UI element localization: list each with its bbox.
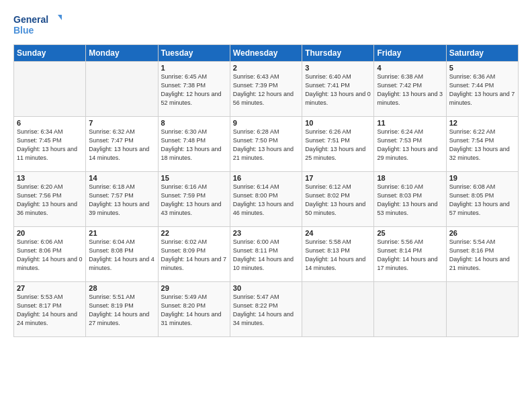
weekday-header-monday: Monday — [86, 45, 158, 62]
day-info: Sunrise: 6:28 AM Sunset: 7:50 PM Dayligh… — [233, 128, 299, 163]
weekday-header-saturday: Saturday — [446, 45, 518, 62]
day-info: Sunrise: 6:34 AM Sunset: 7:45 PM Dayligh… — [17, 128, 83, 163]
weekday-header-tuesday: Tuesday — [158, 45, 230, 62]
day-cell: 17Sunrise: 6:12 AM Sunset: 8:02 PM Dayli… — [302, 172, 374, 227]
day-cell: 12Sunrise: 6:22 AM Sunset: 7:54 PM Dayli… — [446, 117, 518, 172]
week-row-4: 20Sunrise: 6:06 AM Sunset: 8:06 PM Dayli… — [14, 227, 519, 282]
day-cell: 26Sunrise: 5:54 AM Sunset: 8:16 PM Dayli… — [446, 227, 518, 282]
day-info: Sunrise: 6:00 AM Sunset: 8:11 PM Dayligh… — [233, 238, 299, 273]
day-info: Sunrise: 6:40 AM Sunset: 7:41 PM Dayligh… — [305, 73, 371, 107]
day-cell: 18Sunrise: 6:10 AM Sunset: 8:03 PM Dayli… — [374, 172, 446, 227]
day-number: 30 — [233, 284, 299, 292]
week-row-1: 1Sunrise: 6:45 AM Sunset: 7:38 PM Daylig… — [14, 62, 519, 117]
day-cell: 6Sunrise: 6:34 AM Sunset: 7:45 PM Daylig… — [14, 117, 86, 172]
day-number: 15 — [161, 174, 227, 182]
day-cell: 23Sunrise: 6:00 AM Sunset: 8:11 PM Dayli… — [230, 227, 302, 282]
day-number: 26 — [449, 229, 515, 237]
day-cell: 20Sunrise: 6:06 AM Sunset: 8:06 PM Dayli… — [14, 227, 86, 282]
day-number: 13 — [17, 174, 83, 182]
day-cell: 10Sunrise: 6:26 AM Sunset: 7:51 PM Dayli… — [302, 117, 374, 172]
weekday-header-sunday: Sunday — [14, 45, 86, 62]
day-info: Sunrise: 6:24 AM Sunset: 7:53 PM Dayligh… — [377, 128, 443, 163]
day-cell: 28Sunrise: 5:51 AM Sunset: 8:19 PM Dayli… — [86, 282, 158, 337]
weekday-header-row: SundayMondayTuesdayWednesdayThursdayFrid… — [14, 45, 519, 62]
day-number: 16 — [233, 174, 299, 182]
day-cell: 14Sunrise: 6:18 AM Sunset: 7:57 PM Dayli… — [86, 172, 158, 227]
day-info: Sunrise: 6:38 AM Sunset: 7:42 PM Dayligh… — [377, 73, 443, 107]
day-number: 18 — [377, 174, 443, 182]
day-number: 23 — [233, 229, 299, 237]
day-info: Sunrise: 6:30 AM Sunset: 7:48 PM Dayligh… — [161, 128, 227, 163]
day-info: Sunrise: 6:26 AM Sunset: 7:51 PM Dayligh… — [305, 128, 371, 163]
day-cell: 16Sunrise: 6:14 AM Sunset: 8:00 PM Dayli… — [230, 172, 302, 227]
day-info: Sunrise: 6:22 AM Sunset: 7:54 PM Dayligh… — [449, 128, 515, 163]
day-cell — [302, 282, 374, 337]
day-number: 24 — [305, 229, 371, 237]
day-number: 20 — [17, 229, 83, 237]
day-info: Sunrise: 6:43 AM Sunset: 7:39 PM Dayligh… — [233, 73, 299, 107]
day-cell: 4Sunrise: 6:38 AM Sunset: 7:42 PM Daylig… — [374, 62, 446, 117]
day-cell: 19Sunrise: 6:08 AM Sunset: 8:05 PM Dayli… — [446, 172, 518, 227]
day-info: Sunrise: 5:47 AM Sunset: 8:22 PM Dayligh… — [233, 293, 299, 328]
day-cell — [14, 62, 86, 117]
day-cell — [446, 282, 518, 337]
day-number: 27 — [17, 284, 83, 292]
day-cell: 29Sunrise: 5:49 AM Sunset: 8:20 PM Dayli… — [158, 282, 230, 337]
day-number: 7 — [89, 119, 154, 127]
day-info: Sunrise: 6:04 AM Sunset: 8:08 PM Dayligh… — [89, 238, 154, 273]
day-info: Sunrise: 5:56 AM Sunset: 8:14 PM Dayligh… — [377, 238, 443, 273]
day-info: Sunrise: 6:02 AM Sunset: 8:09 PM Dayligh… — [161, 238, 227, 273]
weekday-header-friday: Friday — [374, 45, 446, 62]
day-number: 5 — [449, 64, 515, 72]
day-number: 10 — [305, 119, 371, 127]
day-info: Sunrise: 6:18 AM Sunset: 7:57 PM Dayligh… — [89, 183, 154, 218]
day-number: 1 — [161, 64, 227, 72]
weekday-header-wednesday: Wednesday — [230, 45, 302, 62]
week-row-2: 6Sunrise: 6:34 AM Sunset: 7:45 PM Daylig… — [14, 117, 519, 172]
day-cell: 24Sunrise: 5:58 AM Sunset: 8:13 PM Dayli… — [302, 227, 374, 282]
day-cell: 13Sunrise: 6:20 AM Sunset: 7:56 PM Dayli… — [14, 172, 86, 227]
day-number: 12 — [449, 119, 515, 127]
day-cell: 21Sunrise: 6:04 AM Sunset: 8:08 PM Dayli… — [86, 227, 158, 282]
day-cell: 22Sunrise: 6:02 AM Sunset: 8:09 PM Dayli… — [158, 227, 230, 282]
svg-marker-2 — [58, 15, 62, 20]
day-cell — [86, 62, 158, 117]
day-info: Sunrise: 5:53 AM Sunset: 8:17 PM Dayligh… — [17, 293, 83, 328]
day-number: 14 — [89, 174, 154, 182]
day-info: Sunrise: 5:54 AM Sunset: 8:16 PM Dayligh… — [449, 238, 515, 273]
day-cell: 8Sunrise: 6:30 AM Sunset: 7:48 PM Daylig… — [158, 117, 230, 172]
day-info: Sunrise: 6:36 AM Sunset: 7:44 PM Dayligh… — [449, 73, 515, 107]
day-cell: 11Sunrise: 6:24 AM Sunset: 7:53 PM Dayli… — [374, 117, 446, 172]
weekday-header-thursday: Thursday — [302, 45, 374, 62]
day-info: Sunrise: 5:49 AM Sunset: 8:20 PM Dayligh… — [161, 293, 227, 328]
day-number: 17 — [305, 174, 371, 182]
week-row-3: 13Sunrise: 6:20 AM Sunset: 7:56 PM Dayli… — [14, 172, 519, 227]
day-number: 11 — [377, 119, 443, 127]
day-number: 21 — [89, 229, 154, 237]
page: General Blue SundayMondayTuesdayWednesda… — [0, 0, 532, 411]
day-info: Sunrise: 6:45 AM Sunset: 7:38 PM Dayligh… — [161, 73, 227, 107]
day-info: Sunrise: 6:10 AM Sunset: 8:03 PM Dayligh… — [377, 183, 443, 218]
day-number: 2 — [233, 64, 299, 72]
day-number: 28 — [89, 284, 154, 292]
day-number: 3 — [305, 64, 371, 72]
day-number: 29 — [161, 284, 227, 292]
day-info: Sunrise: 6:08 AM Sunset: 8:05 PM Dayligh… — [449, 183, 515, 218]
header: General Blue — [13, 12, 519, 38]
day-cell: 15Sunrise: 6:16 AM Sunset: 7:59 PM Dayli… — [158, 172, 230, 227]
day-info: Sunrise: 6:20 AM Sunset: 7:56 PM Dayligh… — [17, 183, 83, 218]
day-cell: 9Sunrise: 6:28 AM Sunset: 7:50 PM Daylig… — [230, 117, 302, 172]
day-info: Sunrise: 6:12 AM Sunset: 8:02 PM Dayligh… — [305, 183, 371, 218]
day-cell: 1Sunrise: 6:45 AM Sunset: 7:38 PM Daylig… — [158, 62, 230, 117]
week-row-5: 27Sunrise: 5:53 AM Sunset: 8:17 PM Dayli… — [14, 282, 519, 337]
logo: General Blue — [13, 12, 62, 38]
day-number: 9 — [233, 119, 299, 127]
day-number: 19 — [449, 174, 515, 182]
day-info: Sunrise: 5:58 AM Sunset: 8:13 PM Dayligh… — [305, 238, 371, 273]
calendar-table: SundayMondayTuesdayWednesdayThursdayFrid… — [13, 44, 519, 337]
day-cell: 30Sunrise: 5:47 AM Sunset: 8:22 PM Dayli… — [230, 282, 302, 337]
logo-svg: General Blue — [13, 12, 62, 38]
day-info: Sunrise: 6:06 AM Sunset: 8:06 PM Dayligh… — [17, 238, 83, 273]
day-info: Sunrise: 5:51 AM Sunset: 8:19 PM Dayligh… — [89, 293, 154, 328]
day-cell: 25Sunrise: 5:56 AM Sunset: 8:14 PM Dayli… — [374, 227, 446, 282]
